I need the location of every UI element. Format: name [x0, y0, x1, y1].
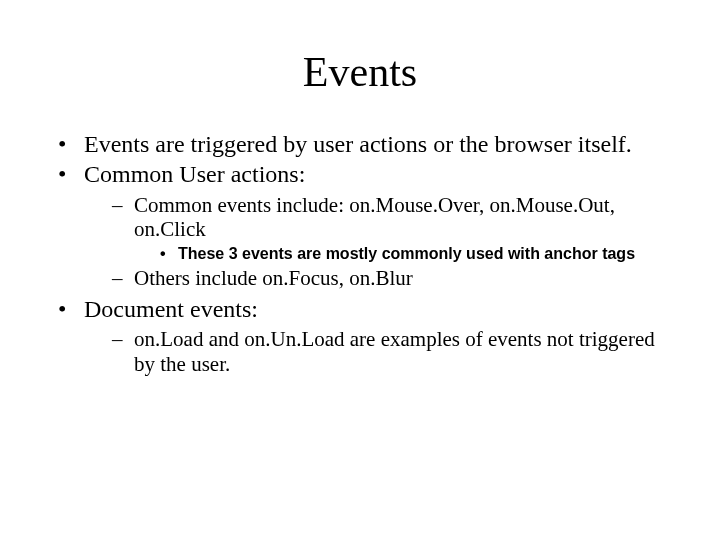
sub-bullet-text: Others include on.Focus, on.Blur: [134, 266, 413, 290]
bullet-text: Events are triggered by user actions or …: [84, 131, 632, 157]
bullet-item: Common User actions: Common events inclu…: [58, 160, 680, 291]
sub-bullet-text: Common events include: on.Mouse.Over, on…: [134, 193, 615, 242]
bullet-text: Common User actions:: [84, 161, 305, 187]
sub-sub-bullet-item: These 3 events are mostly commonly used …: [160, 244, 680, 264]
slide-title: Events: [40, 48, 680, 96]
sub-bullet-item: on.Load and on.Un.Load are examples of e…: [112, 327, 680, 377]
bullet-text: Document events:: [84, 296, 258, 322]
sub-bullet-text: on.Load and on.Un.Load are examples of e…: [134, 327, 655, 376]
sub-sub-bullet-text: These 3 events are mostly commonly used …: [178, 245, 635, 262]
sub-bullet-item: Common events include: on.Mouse.Over, on…: [112, 193, 680, 265]
bullet-item: Events are triggered by user actions or …: [58, 130, 680, 158]
sub-sub-bullet-list: These 3 events are mostly commonly used …: [160, 244, 680, 264]
sub-bullet-item: Others include on.Focus, on.Blur: [112, 266, 680, 291]
bullet-list: Events are triggered by user actions or …: [58, 130, 680, 377]
sub-bullet-list: Common events include: on.Mouse.Over, on…: [112, 193, 680, 291]
bullet-item: Document events: on.Load and on.Un.Load …: [58, 295, 680, 377]
sub-bullet-list: on.Load and on.Un.Load are examples of e…: [112, 327, 680, 377]
slide: Events Events are triggered by user acti…: [0, 0, 720, 540]
